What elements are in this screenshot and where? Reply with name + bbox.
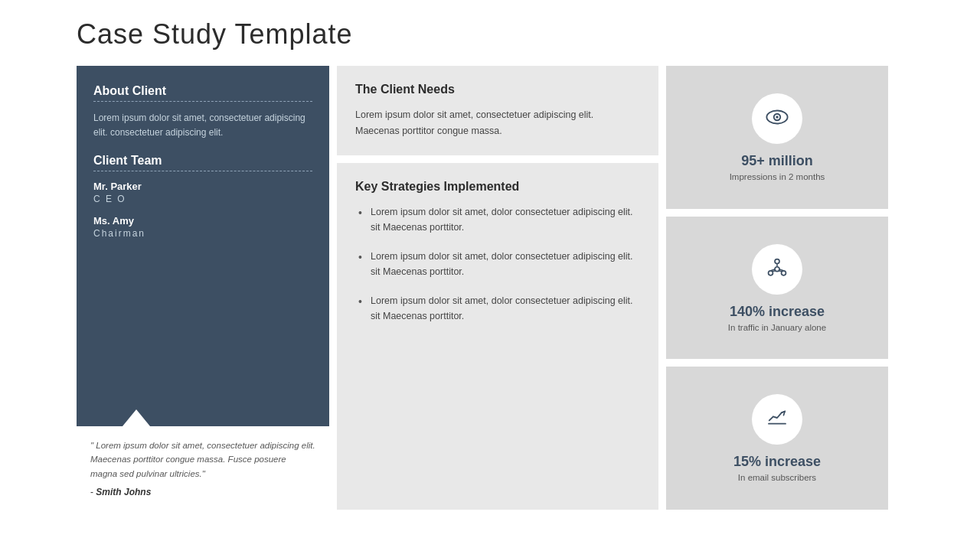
right-column: 95+ million Impressions in 2 months — [666, 66, 888, 510]
stat-card-impressions: 95+ million Impressions in 2 months — [666, 66, 888, 209]
svg-point-3 — [775, 259, 779, 263]
svg-point-5 — [782, 270, 786, 275]
eye-icon — [764, 104, 790, 133]
key-strategies-list: Lorem ipsum dolor sit amet, dolor consec… — [355, 204, 640, 324]
subscribers-icon-circle — [752, 394, 802, 445]
team-member-1-role: C E O — [93, 194, 312, 204]
stat-card-traffic: 140% increase In traffic in January alon… — [666, 217, 888, 360]
client-needs-text: Lorem ipsum dolor sit amet, consectetuer… — [355, 107, 640, 139]
quote-author: - Smith Johns — [90, 487, 315, 497]
middle-column: The Client Needs Lorem ipsum dolor sit a… — [337, 66, 658, 510]
traffic-icon-circle — [752, 244, 802, 295]
team-divider — [93, 171, 312, 171]
traffic-value: 140% increase — [730, 304, 825, 320]
key-strategies-card: Key Strategies Implemented Lorem ipsum d… — [337, 163, 658, 510]
svg-point-6 — [775, 266, 779, 271]
svg-rect-12 — [768, 423, 786, 425]
list-item: Lorem ipsum dolor sit amet, dolor consec… — [355, 293, 640, 324]
svg-point-4 — [769, 270, 773, 275]
subscribers-value: 15% increase — [733, 454, 821, 470]
quote-bubble-wrapper: " Lorem ipsum dolor sit amet, consectetu… — [77, 409, 329, 510]
traffic-label: In traffic in January alone — [728, 323, 826, 332]
impressions-label: Impressions in 2 months — [730, 172, 825, 181]
team-member-1: Mr. Parker C E O — [93, 181, 312, 215]
quote-arrow — [122, 409, 150, 426]
stat-card-subscribers: 15% increase In email subscribers — [666, 367, 888, 510]
about-text: Lorem ipsum dolor sit amet, consectetuer… — [93, 111, 312, 140]
team-heading: Client Team — [93, 154, 312, 168]
team-member-2-role: Chairman — [93, 228, 312, 239]
team-member-2-name: Ms. Amy — [93, 215, 312, 227]
left-column: About Client Lorem ipsum dolor sit amet,… — [77, 66, 329, 510]
quote-author-name: Smith Johns — [96, 487, 151, 497]
network-icon — [764, 255, 790, 284]
impressions-icon-circle — [752, 93, 802, 144]
client-needs-heading: The Client Needs — [355, 83, 640, 96]
main-grid: About Client Lorem ipsum dolor sit amet,… — [77, 66, 934, 510]
about-heading: About Client — [93, 84, 312, 98]
quote-box: " Lorem ipsum dolor sit amet, consectetu… — [77, 426, 329, 510]
team-member-1-name: Mr. Parker — [93, 181, 312, 192]
client-needs-card: The Client Needs Lorem ipsum dolor sit a… — [337, 66, 658, 155]
subscribers-label: In email subscribers — [738, 473, 816, 482]
quote-text: " Lorem ipsum dolor sit amet, consectetu… — [90, 439, 315, 481]
svg-line-8 — [773, 270, 776, 271]
chart-icon — [764, 405, 790, 434]
page: Case Study Template About Client Lorem i… — [0, 0, 980, 551]
svg-point-2 — [776, 116, 778, 118]
list-item: Lorem ipsum dolor sit amet, dolor consec… — [355, 249, 640, 279]
list-item: Lorem ipsum dolor sit amet, dolor consec… — [355, 204, 640, 235]
svg-line-9 — [779, 270, 782, 271]
key-strategies-heading: Key Strategies Implemented — [355, 180, 640, 194]
about-divider — [93, 101, 312, 102]
impressions-value: 95+ million — [741, 153, 813, 169]
team-member-2: Ms. Amy Chairman — [93, 215, 312, 249]
page-title: Case Study Template — [77, 18, 934, 51]
